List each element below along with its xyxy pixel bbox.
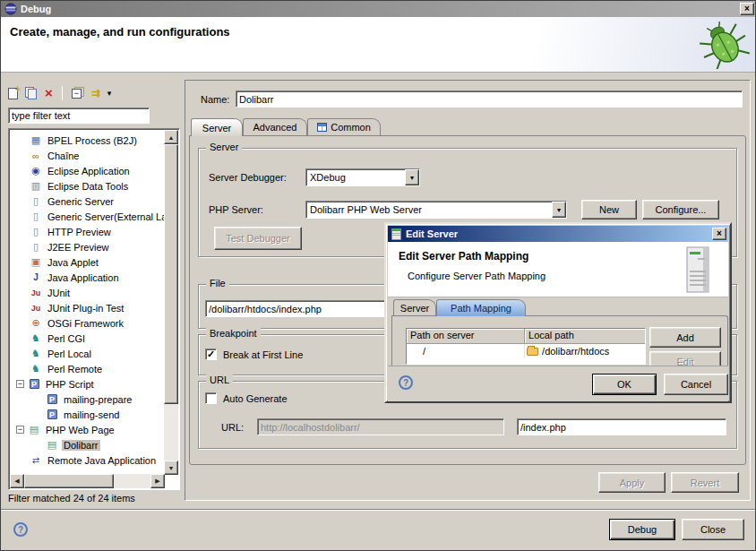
tree-item-eclipse-application[interactable]: ◉Eclipse Application [10, 163, 164, 178]
dialog-help-icon[interactable]: ? [399, 375, 413, 390]
auto-generate-checkbox[interactable] [205, 392, 217, 404]
dialog-close-button[interactable]: × [712, 228, 726, 240]
chevron-down-icon[interactable]: ▾ [405, 169, 419, 185]
tab-server[interactable]: Server [191, 118, 243, 136]
filter-launch-configurations-icon[interactable]: ⇉ [91, 87, 100, 99]
revert-button[interactable]: Revert [671, 472, 739, 493]
window-titlebar: Debug × [1, 1, 756, 17]
chain-icon: ∞ [30, 151, 42, 161]
base-url-input[interactable] [257, 418, 504, 435]
server-tower-icon [680, 245, 716, 294]
eclipse-logo-icon [4, 3, 17, 15]
server-debugger-label: Server Debugger: [209, 172, 287, 183]
add-mapping-button[interactable]: Add [649, 327, 721, 348]
new-configuration-icon[interactable]: + [8, 88, 18, 99]
tree-item-remote-java-application[interactable]: ⇄Remote Java Application [10, 452, 164, 468]
auto-generate-label: Auto Generate [223, 393, 288, 404]
tree-vertical-scrollbar[interactable]: ▲ ▼ [164, 130, 178, 475]
tree-item-mailing-prepare[interactable]: Pmailing-prepare [10, 392, 164, 407]
tree-item-junit-plugin-test[interactable]: JuJUnit Plug-in Test [10, 300, 164, 315]
close-icon: × [744, 4, 750, 13]
collapse-expander-icon[interactable]: − [16, 426, 24, 434]
toolbar-menu-dropdown-icon[interactable]: ▾ [107, 89, 112, 98]
horizontal-scroll-thumb[interactable] [24, 474, 114, 488]
apply-button[interactable]: Apply [598, 472, 666, 493]
dialog-button-bar: ? OK Cancel [388, 366, 728, 401]
perl-camel-icon: ♞ [30, 363, 42, 375]
scroll-left-icon[interactable]: ◀ [10, 474, 24, 488]
plus-overlay-icon: + [15, 83, 21, 94]
table-row[interactable]: / /dolibarr/htdocs [407, 344, 645, 358]
break-at-first-line-checkbox[interactable]: ✓ [205, 349, 217, 360]
vertical-scroll-thumb[interactable] [164, 144, 178, 404]
breakpoint-group-label: Breakpoint [206, 328, 261, 339]
edit-server-dialog: Edit Server × Edit Server Path Mapping C… [384, 222, 732, 403]
tree-item-generic-server[interactable]: ▯Generic Server [10, 194, 164, 209]
tree-item-mailing-send[interactable]: Pmailing-send [10, 407, 164, 422]
server-icon: ▯ [30, 226, 42, 237]
applet-icon: ▣ [30, 256, 42, 268]
tree-item-chaine[interactable]: ∞Chaîne [10, 148, 164, 163]
server-icon: ▯ [30, 211, 42, 222]
tree-item-generic-server-external[interactable]: ▯Generic Server(External La [10, 209, 164, 224]
close-button[interactable]: Close [682, 519, 744, 540]
configuration-name-input[interactable] [236, 90, 743, 108]
new-server-button[interactable]: New [581, 200, 637, 220]
type-filter-input[interactable] [8, 108, 150, 124]
tree-item-junit[interactable]: JuJUnit [10, 285, 164, 300]
tree-item-j2ee-preview[interactable]: ▯J2EE Preview [10, 239, 164, 254]
tree-item-osgi-framework[interactable]: ⊕OSGi Framework [10, 315, 164, 331]
collapse-expander-icon[interactable]: − [16, 380, 24, 388]
php-web-page-icon: ▤ [46, 439, 58, 451]
tree-horizontal-scrollbar[interactable]: ◀ ▶ [10, 474, 165, 488]
configurations-tree: ▦BPEL Process (B2J) ∞Chaîne ◉Eclipse App… [8, 128, 180, 490]
bug-icon [698, 21, 750, 69]
page-title: Create, manage, and run configurations [10, 25, 230, 39]
server-debugger-combo[interactable]: XDebug ▾ [305, 168, 420, 186]
tree-item-perl-local[interactable]: ♞Perl Local [10, 346, 164, 361]
url-label: URL: [221, 422, 244, 433]
cancel-button[interactable]: Cancel [664, 374, 728, 395]
column-header-local-path[interactable]: Local path [525, 329, 645, 344]
tree-item-eclipse-data-tools[interactable]: ▥Eclipse Data Tools [10, 178, 164, 194]
php-file-icon: P [46, 394, 58, 404]
scroll-up-icon[interactable]: ▲ [164, 130, 178, 144]
junit-plugin-test-icon: Ju [30, 304, 42, 313]
dialog-tab-path-mapping[interactable]: Path Mapping [436, 299, 526, 316]
tree-item-http-preview[interactable]: ▯HTTP Preview [10, 224, 164, 239]
tree-item-java-application[interactable]: JJava Application [10, 270, 164, 285]
tree-item-perl-cgi[interactable]: ♞Perl CGI [10, 331, 164, 346]
url-path-input[interactable] [517, 418, 726, 435]
name-label: Name: [201, 94, 229, 105]
table-icon [317, 123, 327, 132]
help-icon[interactable]: ? [13, 522, 28, 537]
test-debugger-button[interactable]: Test Debugger [214, 227, 302, 250]
junit-icon: Ju [30, 288, 42, 297]
server-window-icon [391, 228, 401, 240]
tab-common[interactable]: Common [307, 118, 381, 135]
duplicate-configuration-icon[interactable] [25, 87, 38, 99]
tab-advanced[interactable]: Advanced [243, 118, 307, 135]
tree-item-php-script[interactable]: −PPHP Script [10, 376, 164, 392]
chevron-down-icon[interactable]: ▾ [552, 202, 566, 218]
tree-item-php-web-page[interactable]: −▤PHP Web Page [10, 422, 164, 437]
scroll-right-icon[interactable]: ▶ [150, 474, 165, 488]
delete-configuration-icon[interactable]: × [45, 87, 53, 99]
collapse-all-icon[interactable]: − [72, 87, 84, 99]
dialog-tab-server[interactable]: Server [393, 299, 436, 315]
window-close-button[interactable]: × [740, 3, 754, 15]
dialog-titlebar: Edit Server × [388, 226, 728, 242]
debug-button[interactable]: Debug [609, 519, 675, 540]
ok-button[interactable]: OK [592, 374, 657, 395]
server-icon: ▯ [30, 241, 42, 253]
remote-java-icon: ⇄ [30, 455, 42, 465]
php-server-combo[interactable]: Dolibarr PHP Web Server ▾ [305, 201, 567, 219]
configure-button[interactable]: Configure... [642, 200, 719, 220]
tree-item-bpel-process[interactable]: ▦BPEL Process (B2J) [10, 133, 164, 148]
tree-item-java-applet[interactable]: ▣Java Applet [10, 254, 164, 270]
tree-item-dolibarr[interactable]: ▤Dolibarr [10, 437, 164, 452]
tree-item-perl-remote[interactable]: ♞Perl Remote [10, 361, 164, 376]
column-header-path-on-server[interactable]: Path on server [407, 329, 525, 344]
scroll-down-icon[interactable]: ▼ [164, 461, 178, 475]
perl-camel-icon: ♞ [30, 348, 42, 359]
